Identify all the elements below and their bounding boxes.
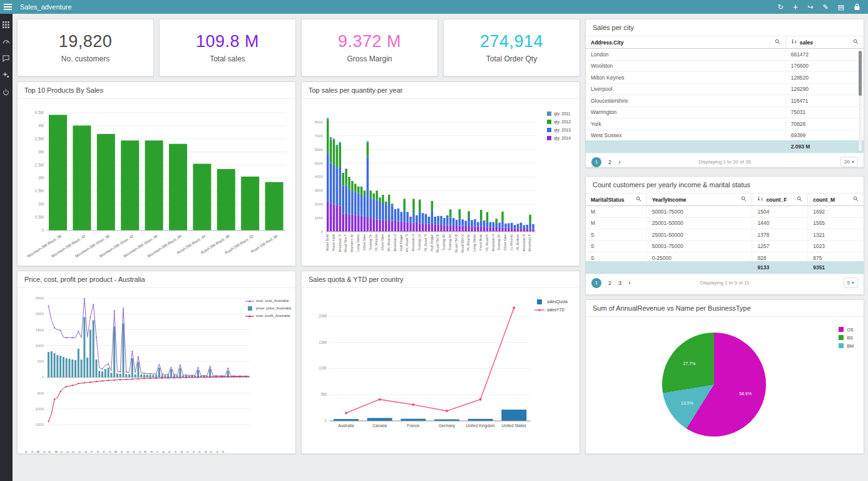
stacked-bar-segment[interactable]: [394, 221, 397, 232]
stacked-bar-segment[interactable]: [364, 217, 366, 232]
stacked-bar-segment[interactable]: [486, 227, 489, 232]
stacked-bar-segment[interactable]: [412, 223, 415, 232]
stacked-bar-segment[interactable]: [379, 220, 381, 232]
stacked-bar-segment[interactable]: [523, 229, 526, 232]
stacked-bar-segment[interactable]: [496, 227, 498, 232]
price-bar[interactable]: [123, 323, 125, 377]
column-header[interactable]: 1sales: [786, 36, 864, 49]
table-row[interactable]: London661472: [586, 49, 864, 61]
quota-bar[interactable]: [367, 418, 392, 421]
stacked-bar-segment[interactable]: [422, 213, 424, 224]
stacked-bar-segment[interactable]: [397, 209, 400, 222]
add-icon[interactable]: +: [793, 3, 798, 11]
bar[interactable]: [97, 134, 115, 230]
stacked-bar-segment[interactable]: [388, 195, 391, 203]
stacked-bar-segment[interactable]: [501, 227, 504, 232]
stacked-bar-segment[interactable]: [489, 227, 492, 232]
stacked-bar-segment[interactable]: [333, 138, 335, 140]
stacked-bar-segment[interactable]: [367, 157, 369, 217]
page-button[interactable]: 3: [618, 280, 621, 286]
stacked-bar-segment[interactable]: [330, 204, 332, 232]
legend-swatch[interactable]: [547, 136, 551, 140]
price-bar[interactable]: [248, 376, 250, 377]
stacked-bar-segment[interactable]: [449, 209, 452, 217]
stacked-bar-segment[interactable]: [351, 190, 354, 215]
page-button[interactable]: 1: [591, 157, 601, 167]
stacked-bar-segment[interactable]: [459, 225, 461, 232]
stacked-bar-segment[interactable]: [339, 167, 342, 205]
price-bar[interactable]: [108, 368, 110, 377]
stacked-bar-segment[interactable]: [449, 225, 452, 232]
stacked-bar-segment[interactable]: [508, 223, 510, 227]
stacked-bar-segment[interactable]: [520, 223, 523, 229]
stacked-bar-segment[interactable]: [459, 209, 461, 218]
price-bar[interactable]: [116, 373, 118, 377]
stacked-bar-segment[interactable]: [532, 229, 534, 232]
stacked-bar-segment[interactable]: [511, 223, 513, 228]
stacked-bar-segment[interactable]: [385, 202, 387, 204]
stacked-bar-segment[interactable]: [434, 224, 437, 232]
stacked-bar-segment[interactable]: [477, 227, 479, 232]
stacked-bar-segment[interactable]: [367, 142, 369, 143]
stacked-bar-segment[interactable]: [496, 219, 498, 224]
bar[interactable]: [169, 144, 187, 230]
stacked-bar-segment[interactable]: [409, 222, 412, 232]
search-icon[interactable]: [775, 39, 780, 46]
stacked-bar-segment[interactable]: [360, 216, 363, 232]
stacked-bar-segment[interactable]: [379, 197, 381, 202]
stacked-bar-segment[interactable]: [333, 165, 335, 204]
page-button[interactable]: 2: [608, 280, 611, 286]
page-size-select[interactable]: 20▾: [840, 157, 858, 167]
column-header[interactable]: count_M: [808, 194, 864, 206]
stacked-bar-segment[interactable]: [483, 227, 486, 232]
price-bar[interactable]: [120, 374, 121, 378]
price-bar[interactable]: [105, 369, 106, 377]
table-row[interactable]: Woolston176600: [586, 61, 864, 73]
price-bar[interactable]: [113, 326, 115, 377]
price-bar[interactable]: [81, 359, 83, 377]
stacked-bar-segment[interactable]: [446, 225, 449, 232]
stacked-bar-segment[interactable]: [333, 204, 335, 232]
stacked-bar-segment[interactable]: [456, 220, 458, 225]
stacked-bar-segment[interactable]: [493, 222, 495, 227]
price-bar[interactable]: [125, 374, 127, 377]
next-page-icon[interactable]: ›: [618, 158, 621, 165]
search-icon[interactable]: [853, 196, 859, 203]
stacked-bar-segment[interactable]: [471, 226, 473, 232]
stacked-bar-segment[interactable]: [339, 142, 342, 143]
stacked-bar-segment[interactable]: [401, 222, 403, 232]
stacked-bar-segment[interactable]: [345, 185, 347, 214]
stacked-bar-segment[interactable]: [336, 168, 339, 205]
stacked-bar-segment[interactable]: [360, 195, 363, 216]
stacked-bar-segment[interactable]: [375, 190, 378, 200]
stacked-bar-segment[interactable]: [493, 227, 495, 232]
price-bar[interactable]: [150, 375, 151, 377]
stacked-bar-segment[interactable]: [391, 220, 394, 232]
stacked-bar-segment[interactable]: [462, 219, 464, 225]
price-bar[interactable]: [78, 349, 79, 377]
stacked-bar-segment[interactable]: [327, 153, 329, 202]
stacked-bar-segment[interactable]: [425, 214, 427, 224]
stacked-bar-segment[interactable]: [440, 216, 442, 225]
price-bar[interactable]: [188, 376, 190, 378]
sort-icon[interactable]: 1: [791, 39, 797, 46]
stacked-bar-segment[interactable]: [404, 222, 406, 232]
stacked-bar-segment[interactable]: [477, 222, 479, 226]
stacked-bar-segment[interactable]: [373, 199, 375, 219]
stacked-bar-segment[interactable]: [342, 214, 345, 232]
stacked-bar-segment[interactable]: [489, 222, 492, 227]
menu-icon[interactable]: [0, 0, 15, 14]
stacked-bar-segment[interactable]: [483, 220, 486, 227]
stacked-bar-segment[interactable]: [330, 137, 332, 139]
price-bar[interactable]: [93, 320, 94, 377]
stacked-bar-segment[interactable]: [504, 228, 507, 232]
stacked-bar-segment[interactable]: [471, 220, 473, 226]
table-row[interactable]: Milton Keynes128520: [586, 72, 864, 84]
price-bar[interactable]: [146, 375, 148, 377]
stacked-bar-segment[interactable]: [339, 205, 342, 232]
table-row[interactable]: Gloucestershire118471: [586, 95, 864, 107]
lock-icon[interactable]: [854, 3, 860, 11]
stacked-bar-segment[interactable]: [336, 145, 339, 146]
legend-swatch[interactable]: [248, 306, 252, 311]
stacked-bar-segment[interactable]: [514, 225, 516, 228]
